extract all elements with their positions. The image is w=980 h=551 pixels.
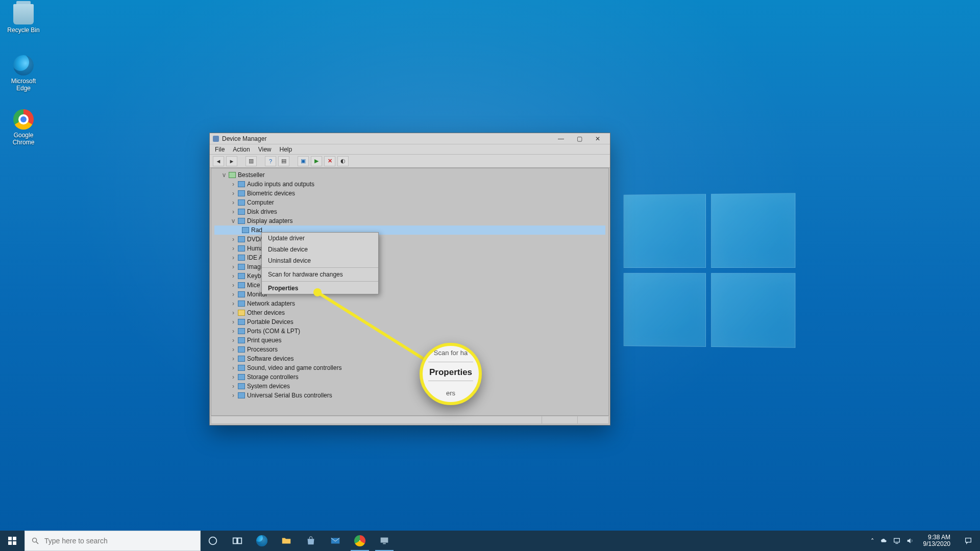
taskbar-store[interactable] [299, 531, 323, 551]
minimize-button[interactable]: — [552, 133, 570, 144]
volume-icon[interactable] [906, 537, 914, 545]
chevron-down-icon: v [222, 170, 227, 180]
taskbar-edge[interactable] [250, 531, 274, 551]
tree-root[interactable]: v Bestseller [214, 170, 605, 180]
ctx-update-driver[interactable]: Update driver [262, 233, 378, 244]
close-button[interactable]: ✕ [589, 133, 607, 144]
windows-logo-wallpaper [624, 193, 796, 348]
cat-stor[interactable]: ›Storage controllers [214, 372, 605, 382]
status-bar [211, 416, 609, 424]
onedrive-icon[interactable] [879, 537, 888, 545]
cat-disk[interactable]: ›Disk drives [214, 207, 605, 216]
magnify-sep [428, 362, 473, 362]
cat-label: Print queues [247, 336, 281, 345]
nav-back-button[interactable]: ◄ [213, 156, 224, 166]
cat-usb[interactable]: ›Universal Serial Bus controllers [214, 391, 605, 400]
nav-forward-button[interactable]: ► [226, 156, 237, 166]
chevron-right-icon: › [231, 198, 236, 207]
titlebar[interactable]: Device Manager — ▢ ✕ [210, 133, 610, 144]
recycle-bin-icon[interactable]: Recycle Bin [4, 4, 43, 34]
cat-label: Software devices [247, 354, 293, 363]
cat-com[interactable]: ›Ports (COM & LPT) [214, 327, 605, 336]
chevron-right-icon: › [231, 354, 236, 363]
device-icon [238, 356, 245, 362]
cat-port[interactable]: ›Portable Devices [214, 317, 605, 327]
ctx-disable-device[interactable]: Disable device [262, 244, 378, 255]
task-view-button[interactable] [225, 531, 250, 551]
properties-button[interactable]: ▤ [278, 156, 289, 166]
chevron-right-icon: › [231, 382, 236, 391]
device-icon [238, 209, 245, 215]
notification-icon [964, 537, 972, 545]
cat-label: Biometric devices [247, 189, 295, 198]
enable-device-button[interactable]: ▶ [311, 156, 322, 166]
chrome-icon[interactable]: Google Chrome [4, 109, 43, 146]
taskbar-mail[interactable] [323, 531, 348, 551]
uninstall-device-button[interactable]: ✕ [324, 156, 335, 166]
edge-icon[interactable]: Microsoft Edge [4, 55, 43, 92]
ctx-scan-hardware[interactable]: Scan for hardware changes [262, 269, 378, 280]
start-button[interactable] [0, 531, 24, 551]
cat-label: Storage controllers [247, 372, 299, 382]
cat-sys[interactable]: ›System devices [214, 382, 605, 391]
cat-proc[interactable]: ›Processors [214, 345, 605, 354]
computer-icon [229, 172, 236, 178]
cat-audio[interactable]: ›Audio inputs and outputs [214, 180, 605, 189]
clock[interactable]: 9:38 AM 9/13/2020 [919, 534, 954, 547]
ctx-uninstall-device[interactable]: Uninstall device [262, 255, 378, 266]
chevron-right-icon: › [231, 262, 236, 271]
menu-action[interactable]: Action [233, 146, 250, 153]
update-driver-button[interactable]: ▣ [298, 156, 309, 166]
cat-disp[interactable]: vDisplay adapters [214, 216, 605, 226]
shopping-bag-icon [305, 535, 316, 546]
warning-icon [238, 310, 245, 316]
app-icon [213, 136, 219, 142]
chevron-right-icon: › [231, 180, 236, 189]
menu-view[interactable]: View [258, 146, 272, 153]
cortana-button[interactable] [201, 531, 225, 551]
device-icon [238, 190, 245, 196]
cat-label: Audio inputs and outputs [247, 180, 314, 189]
show-hidden-button[interactable]: ▥ [246, 156, 257, 166]
device-icon [238, 392, 245, 398]
cat-label: Universal Serial Bus controllers [247, 391, 332, 400]
cat-bio[interactable]: ›Biometric devices [214, 189, 605, 198]
taskbar: ˄ 9:38 AM 9/13/2020 [0, 531, 980, 551]
chevron-right-icon: › [231, 189, 236, 198]
device-label: Rad [251, 226, 262, 235]
cat-label: Computer [247, 198, 274, 207]
taskbar-chrome[interactable] [348, 531, 372, 551]
menu-file[interactable]: File [215, 146, 225, 153]
tray-overflow[interactable]: ˄ [871, 537, 874, 545]
svg-rect-7 [381, 538, 388, 543]
chevron-right-icon: › [231, 317, 236, 327]
cat-comp[interactable]: ›Computer [214, 198, 605, 207]
action-center-button[interactable] [960, 537, 977, 545]
cat-printq[interactable]: ›Print queues [214, 336, 605, 345]
maximize-button[interactable]: ▢ [570, 133, 589, 144]
device-icon [238, 181, 245, 187]
scan-hardware-button[interactable]: ◐ [337, 156, 349, 166]
cat-net[interactable]: ›Network adapters [214, 299, 605, 308]
search-input[interactable] [44, 537, 194, 545]
menubar: File Action View Help [210, 144, 610, 155]
chevron-right-icon: › [231, 290, 236, 299]
cat-other[interactable]: ›Other devices [214, 308, 605, 317]
cat-soft[interactable]: ›Software devices [214, 354, 605, 363]
network-icon[interactable] [893, 537, 901, 545]
search-box[interactable] [24, 531, 201, 551]
cat-sound[interactable]: ›Sound, video and game controllers [214, 363, 605, 372]
chrome-label: Google Chrome [4, 132, 43, 146]
menu-help[interactable]: Help [280, 146, 292, 153]
context-menu: Update driver Disable device Uninstall d… [261, 232, 379, 294]
taskbar-explorer[interactable] [274, 531, 299, 551]
svg-line-2 [36, 542, 38, 544]
pinned-apps [201, 531, 397, 551]
chevron-right-icon: › [231, 336, 236, 345]
device-icon [238, 236, 245, 242]
taskbar-device-manager[interactable] [372, 531, 397, 551]
cat-label: System devices [247, 382, 290, 391]
cat-label: Sound, video and game controllers [247, 363, 341, 372]
device-icon [238, 365, 245, 371]
help-button[interactable]: ? [265, 156, 276, 166]
